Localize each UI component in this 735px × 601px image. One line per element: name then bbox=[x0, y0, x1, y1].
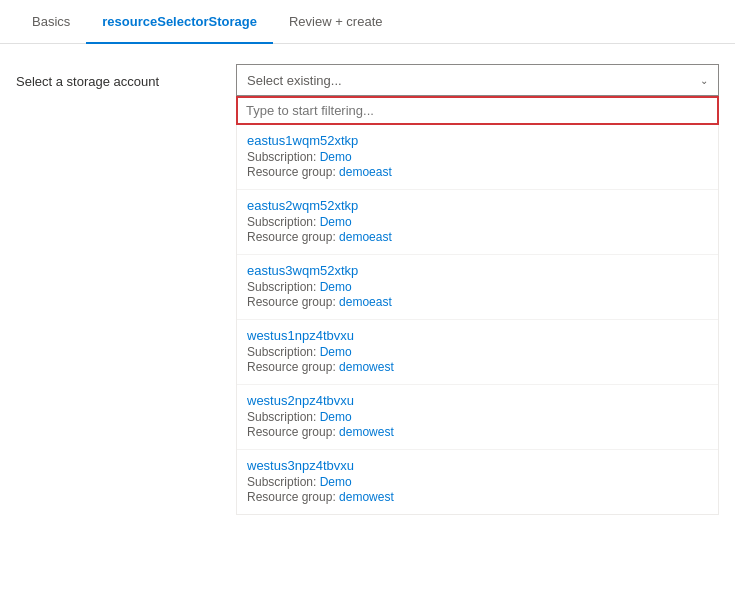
item-resource-group: Resource group: demoeast bbox=[247, 295, 708, 309]
item-name: westus1npz4tbvxu bbox=[247, 328, 708, 343]
item-name: eastus2wqm52xtkp bbox=[247, 198, 708, 213]
item-name: eastus1wqm52xtkp bbox=[247, 133, 708, 148]
item-subscription: Subscription: Demo bbox=[247, 280, 708, 294]
dropdown-trigger[interactable]: Select existing... ⌄ bbox=[236, 64, 719, 96]
form-label: Select a storage account bbox=[16, 64, 236, 515]
content-area: Select a storage account Select existing… bbox=[0, 44, 735, 535]
storage-item[interactable]: eastus3wqm52xtkpSubscription: DemoResour… bbox=[237, 255, 718, 320]
chevron-down-icon: ⌄ bbox=[700, 75, 708, 86]
item-resource-group: Resource group: demoeast bbox=[247, 165, 708, 179]
tab-basics[interactable]: Basics bbox=[16, 0, 86, 44]
filter-input[interactable] bbox=[236, 96, 719, 125]
form-controls: Select existing... ⌄ eastus1wqm52xtkpSub… bbox=[236, 64, 719, 515]
item-resource-group: Resource group: demowest bbox=[247, 360, 708, 374]
item-subscription: Subscription: Demo bbox=[247, 215, 708, 229]
item-resource-group: Resource group: demoeast bbox=[247, 230, 708, 244]
storage-dropdown: Select existing... ⌄ eastus1wqm52xtkpSub… bbox=[236, 64, 719, 515]
dropdown-placeholder: Select existing... bbox=[247, 73, 342, 88]
item-name: westus3npz4tbvxu bbox=[247, 458, 708, 473]
storage-item[interactable]: westus1npz4tbvxuSubscription: DemoResour… bbox=[237, 320, 718, 385]
item-resource-group: Resource group: demowest bbox=[247, 490, 708, 504]
item-name: westus2npz4tbvxu bbox=[247, 393, 708, 408]
storage-item[interactable]: westus2npz4tbvxuSubscription: DemoResour… bbox=[237, 385, 718, 450]
tab-resourceSelectorStorage[interactable]: resourceSelectorStorage bbox=[86, 0, 273, 44]
item-name: eastus3wqm52xtkp bbox=[247, 263, 708, 278]
item-subscription: Subscription: Demo bbox=[247, 410, 708, 424]
storage-item[interactable]: eastus2wqm52xtkpSubscription: DemoResour… bbox=[237, 190, 718, 255]
tab-bar: BasicsresourceSelectorStorageReview + cr… bbox=[0, 0, 735, 44]
storage-item[interactable]: westus3npz4tbvxuSubscription: DemoResour… bbox=[237, 450, 718, 514]
storage-item[interactable]: eastus1wqm52xtkpSubscription: DemoResour… bbox=[237, 125, 718, 190]
storage-items-list: eastus1wqm52xtkpSubscription: DemoResour… bbox=[236, 125, 719, 515]
item-resource-group: Resource group: demowest bbox=[247, 425, 708, 439]
tab-review-create[interactable]: Review + create bbox=[273, 0, 399, 44]
item-subscription: Subscription: Demo bbox=[247, 475, 708, 489]
item-subscription: Subscription: Demo bbox=[247, 150, 708, 164]
item-subscription: Subscription: Demo bbox=[247, 345, 708, 359]
